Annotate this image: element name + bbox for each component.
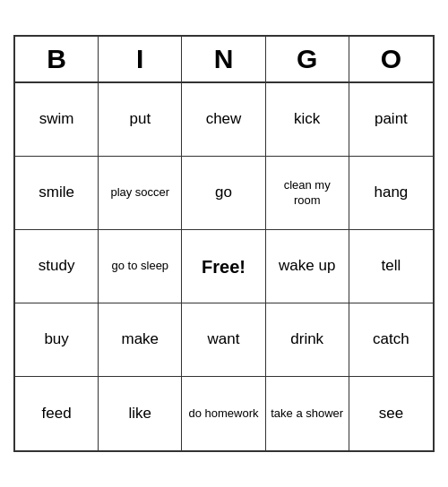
bingo-cell: kick	[266, 83, 349, 157]
bingo-cell: make	[99, 303, 182, 377]
header-letter: G	[266, 37, 349, 81]
bingo-cell: play soccer	[99, 157, 182, 230]
bingo-grid: swimputchewkickpaintsmileplay soccergocl…	[15, 83, 433, 450]
header-letter: I	[99, 37, 182, 81]
bingo-cell: study	[15, 230, 99, 303]
bingo-card: BINGO swimputchewkickpaintsmileplay socc…	[13, 35, 435, 452]
bingo-cell: put	[99, 83, 182, 157]
bingo-cell: paint	[349, 83, 433, 157]
bingo-cell: do homework	[182, 377, 265, 450]
bingo-cell: feed	[15, 377, 99, 450]
bingo-cell: clean my room	[266, 157, 349, 230]
header-letter: B	[15, 37, 99, 81]
bingo-header: BINGO	[15, 37, 433, 83]
bingo-cell: catch	[349, 303, 433, 377]
bingo-cell: like	[99, 377, 182, 450]
header-letter: O	[349, 37, 433, 81]
bingo-cell: tell	[349, 230, 433, 303]
bingo-cell: buy	[15, 303, 99, 377]
bingo-cell: smile	[15, 157, 99, 230]
bingo-cell: wake up	[266, 230, 349, 303]
header-letter: N	[182, 37, 265, 81]
bingo-cell: go to sleep	[99, 230, 182, 303]
bingo-cell: want	[182, 303, 265, 377]
bingo-cell: Free!	[182, 230, 265, 303]
bingo-cell: chew	[182, 83, 265, 157]
bingo-cell: see	[349, 377, 433, 450]
bingo-cell: drink	[266, 303, 349, 377]
bingo-cell: hang	[349, 157, 433, 230]
bingo-cell: go	[182, 157, 265, 230]
bingo-cell: take a shower	[266, 377, 349, 450]
bingo-cell: swim	[15, 83, 99, 157]
